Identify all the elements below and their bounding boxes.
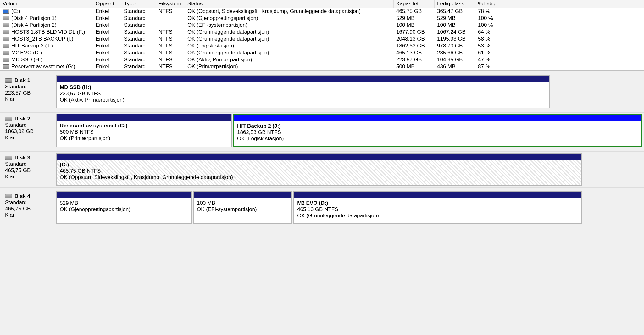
volume-row[interactable]: HGST3 1.8TB BLD VID DL (F:)EnkelStandard… xyxy=(0,29,644,36)
col-type[interactable]: Type xyxy=(121,0,156,8)
volume-name: (Disk 4 Partisjon 1) xyxy=(11,15,57,21)
volume-pctfree: 100 % xyxy=(475,22,502,29)
col-status[interactable]: Status xyxy=(185,0,394,8)
disk-size: 223,57 GB xyxy=(5,90,52,96)
volume-layout: Enkel xyxy=(93,22,121,29)
partition-color-bar xyxy=(57,114,231,121)
volume-row[interactable]: MD SSD (H:)EnkelStandardNTFSOK (Aktiv, P… xyxy=(0,56,644,63)
partition-status: OK (Primærpartisjon) xyxy=(60,135,228,142)
disk-label[interactable]: Disk 2Standard1863,02 GBKlar xyxy=(0,113,56,149)
volume-type: Standard xyxy=(121,42,156,49)
volume-icon xyxy=(3,51,9,55)
volume-name: MD SSD (H:) xyxy=(11,57,42,63)
disk-icon xyxy=(5,194,12,198)
volume-icon xyxy=(3,16,9,20)
partition-size: 223,57 GB NTFS xyxy=(60,91,546,97)
disk-type: Standard xyxy=(5,84,52,90)
disk-icon xyxy=(5,117,12,121)
volume-pctfree: 100 % xyxy=(475,15,502,22)
volume-layout: Enkel xyxy=(93,63,121,70)
volume-fs: NTFS xyxy=(156,56,185,63)
volume-free: 529 MB xyxy=(435,15,475,22)
volume-pctfree: 58 % xyxy=(475,36,502,42)
volume-pctfree: 53 % xyxy=(475,42,502,49)
volume-type: Standard xyxy=(121,56,156,63)
volume-status: OK (EFI-systempartisjon) xyxy=(185,22,394,29)
volume-status: OK (Oppstart, Sidevekslingsfil, Krasjdum… xyxy=(185,8,394,15)
volume-capacity: 223,57 GB xyxy=(394,56,435,63)
disk-type: Standard xyxy=(5,122,52,128)
volume-type: Standard xyxy=(121,63,156,70)
disk-label[interactable]: Disk 4Standard465,75 GBKlar xyxy=(0,190,56,226)
volume-layout: Enkel xyxy=(93,49,121,56)
disk-size: 465,75 GB xyxy=(5,206,52,212)
volume-capacity: 100 MB xyxy=(394,22,435,29)
disk-state: Klar xyxy=(5,96,52,103)
volume-capacity: 500 MB xyxy=(394,63,435,70)
volume-row[interactable]: M2 EVO (D:)EnkelStandardNTFSOK (Grunnleg… xyxy=(0,49,644,56)
disk-name-text: Disk 4 xyxy=(14,193,30,199)
partition[interactable]: HIT Backup 2 (J:)1862,53 GB NTFSOK (Logi… xyxy=(233,114,642,147)
disk-partitions: Reservert av systemet (G:)500 MB NTFSOK … xyxy=(56,113,644,149)
volume-fs: NTFS xyxy=(156,63,185,70)
partition[interactable]: 100 MBOK (EFI-systempartisjon) xyxy=(193,191,292,224)
volume-status: OK (Grunnleggende datapartisjon) xyxy=(185,36,394,42)
volume-name: (C:) xyxy=(11,8,20,14)
volume-pctfree: 64 % xyxy=(475,29,502,36)
partition[interactable]: MD SSD (H:)223,57 GB NTFSOK (Aktiv, Prim… xyxy=(56,75,550,108)
partition-color-bar xyxy=(294,192,581,198)
partition-status: OK (EFI-systempartisjon) xyxy=(197,206,288,213)
partition-color-bar xyxy=(194,192,291,198)
col-capacity[interactable]: Kapasitet xyxy=(394,0,435,8)
col-tail xyxy=(502,0,644,8)
volume-fs: NTFS xyxy=(156,42,185,49)
partition-title: Reservert av systemet (G:) xyxy=(60,123,228,129)
partition-size: 500 MB NTFS xyxy=(60,129,228,135)
partition[interactable]: (C:)465,75 GB NTFSOK (Oppstart, Sideveks… xyxy=(56,153,582,186)
volume-free: 978,70 GB xyxy=(435,42,475,49)
volume-row[interactable]: (C:)EnkelStandardNTFSOK (Oppstart, Sidev… xyxy=(0,8,644,15)
volume-row[interactable]: Reservert av systemet (G:)EnkelStandardN… xyxy=(0,63,644,70)
volume-layout: Enkel xyxy=(93,36,121,42)
volume-name: HIT Backup 2 (J:) xyxy=(11,43,53,49)
partition-title: MD SSD (H:) xyxy=(60,84,546,91)
col-free[interactable]: Ledig plass xyxy=(435,0,475,8)
volume-status: OK (Grunnleggende datapartisjon) xyxy=(185,29,394,36)
volume-icon xyxy=(3,44,9,48)
volume-layout: Enkel xyxy=(93,29,121,36)
partition-status: OK (Grunnleggende datapartisjon) xyxy=(297,213,578,219)
volume-layout: Enkel xyxy=(93,56,121,63)
col-filesystem[interactable]: Filsystem xyxy=(156,0,185,8)
volume-type: Standard xyxy=(121,29,156,36)
volume-table-header: Volum Oppsett Type Filsystem Status Kapa… xyxy=(0,0,644,8)
volume-type: Standard xyxy=(121,8,156,15)
partition[interactable]: Reservert av systemet (G:)500 MB NTFSOK … xyxy=(56,114,232,147)
disk-name-text: Disk 3 xyxy=(14,155,30,161)
partition-status: OK (Oppstart, Sidevekslingsfil, Krasjdum… xyxy=(60,174,578,181)
volume-capacity: 2048,13 GB xyxy=(394,36,435,42)
volume-status: OK (Grunnleggende datapartisjon) xyxy=(185,49,394,56)
disk-map-panel: Disk 1Standard223,57 GBKlarMD SSD (H:)22… xyxy=(0,70,644,226)
disk-label[interactable]: Disk 3Standard465,75 GBKlar xyxy=(0,152,56,187)
disk-label[interactable]: Disk 1Standard223,57 GBKlar xyxy=(0,74,56,110)
volume-row[interactable]: (Disk 4 Partisjon 2)EnkelStandardOK (EFI… xyxy=(0,22,644,29)
volume-name: (Disk 4 Partisjon 2) xyxy=(11,22,57,28)
volume-row[interactable]: HGST3_2TB BACKUP (I:)EnkelStandardNTFSOK… xyxy=(0,36,644,42)
volume-free: 285,66 GB xyxy=(435,49,475,56)
col-layout[interactable]: Oppsett xyxy=(93,0,121,8)
partition-title: (C:) xyxy=(60,162,578,168)
volume-layout: Enkel xyxy=(93,42,121,49)
partition-title: M2 EVO (D:) xyxy=(297,200,578,206)
partition-status: OK (Logisk stasjon) xyxy=(237,136,638,142)
disk-row: Disk 4Standard465,75 GBKlar529 MBOK (Gje… xyxy=(0,190,644,226)
partition[interactable]: 529 MBOK (Gjenopprettingspartisjon) xyxy=(56,191,192,224)
partition[interactable]: M2 EVO (D:)465,13 GB NTFSOK (Grunnleggen… xyxy=(293,191,582,224)
col-volume[interactable]: Volum xyxy=(0,0,93,8)
disk-row: Disk 3Standard465,75 GBKlar (C:)465,75 G… xyxy=(0,151,644,188)
volume-fs xyxy=(156,15,185,22)
volume-row[interactable]: (Disk 4 Partisjon 1)EnkelStandardOK (Gje… xyxy=(0,15,644,22)
volume-row[interactable]: HIT Backup 2 (J:)EnkelStandardNTFSOK (Lo… xyxy=(0,42,644,49)
partition-size: 100 MB xyxy=(197,200,288,206)
col-pctfree[interactable]: % ledig xyxy=(475,0,502,8)
volume-pctfree: 61 % xyxy=(475,49,502,56)
